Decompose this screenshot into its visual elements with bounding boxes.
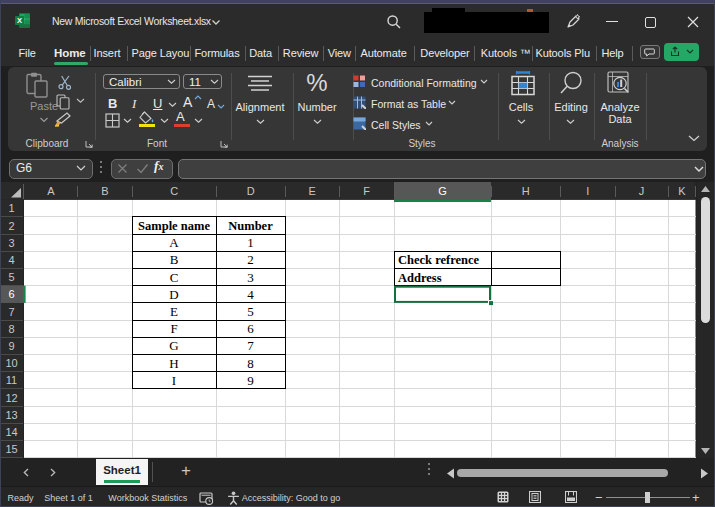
svg-text:B: B xyxy=(101,185,108,197)
svg-text:C: C xyxy=(170,185,178,197)
svg-text:9: 9 xyxy=(8,340,14,352)
svg-text:X: X xyxy=(17,16,22,25)
svg-text:8: 8 xyxy=(247,356,254,371)
svg-text:E: E xyxy=(170,304,178,319)
svg-text:F: F xyxy=(170,321,177,336)
svg-text:3: 3 xyxy=(247,270,254,285)
svg-text:5: 5 xyxy=(8,271,14,283)
svg-text:F: F xyxy=(363,185,370,197)
svg-text:10: 10 xyxy=(5,357,17,369)
svg-text:C: C xyxy=(170,270,179,285)
svg-text:4: 4 xyxy=(8,254,14,266)
svg-text:G: G xyxy=(438,185,447,197)
svg-text:7: 7 xyxy=(8,306,14,318)
svg-text:Check refrence: Check refrence xyxy=(398,253,480,267)
svg-text:11: 11 xyxy=(6,374,17,386)
svg-text:2: 2 xyxy=(247,252,254,267)
svg-text:K: K xyxy=(678,185,686,197)
svg-text:Number: Number xyxy=(228,219,273,233)
svg-text:I: I xyxy=(172,373,176,388)
svg-text:1: 1 xyxy=(8,202,14,214)
svg-text:1: 1 xyxy=(247,235,254,250)
svg-text:4: 4 xyxy=(247,287,254,302)
svg-text:A: A xyxy=(169,235,179,250)
svg-text:G: G xyxy=(169,338,178,353)
svg-text:D: D xyxy=(169,287,178,302)
svg-text:14: 14 xyxy=(5,426,17,438)
svg-text:2: 2 xyxy=(8,220,14,232)
svg-text:13: 13 xyxy=(5,409,17,421)
svg-text:E: E xyxy=(309,185,316,197)
svg-text:B: B xyxy=(170,252,179,267)
svg-text:3: 3 xyxy=(8,237,14,249)
svg-text:Sample name: Sample name xyxy=(138,219,210,233)
svg-text:H: H xyxy=(169,356,178,371)
svg-text:12: 12 xyxy=(5,392,17,404)
svg-text:H: H xyxy=(522,185,530,197)
svg-text:15: 15 xyxy=(5,443,17,455)
svg-text:9: 9 xyxy=(247,373,254,388)
svg-text:5: 5 xyxy=(247,304,254,319)
svg-text:I: I xyxy=(586,185,589,197)
svg-text:J: J xyxy=(639,185,645,197)
svg-text:D: D xyxy=(247,185,255,197)
svg-text:Address: Address xyxy=(398,271,442,285)
svg-text:7: 7 xyxy=(247,338,254,353)
svg-text:6: 6 xyxy=(247,321,254,336)
svg-text:8: 8 xyxy=(8,323,14,335)
svg-text:6: 6 xyxy=(8,288,14,300)
svg-text:A: A xyxy=(47,185,55,197)
